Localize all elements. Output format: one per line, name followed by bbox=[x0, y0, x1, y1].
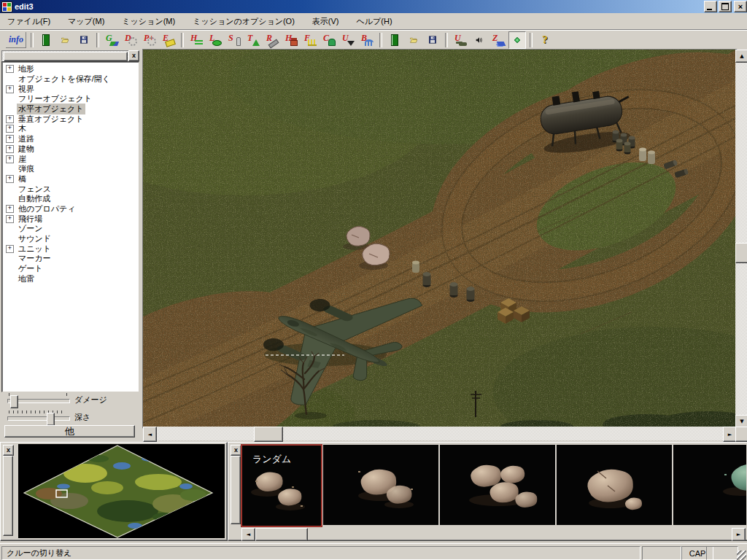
tree-item[interactable]: + ユニット bbox=[2, 244, 139, 254]
object-d-tool-button[interactable]: D bbox=[122, 31, 139, 49]
maximize-button[interactable] bbox=[719, 1, 732, 12]
titlebar[interactable]: edit3 × bbox=[0, 0, 747, 13]
lake-tool-button[interactable]: L bbox=[206, 31, 224, 49]
unit-tool-button[interactable]: U bbox=[452, 31, 469, 49]
tree-item[interactable]: + 崖 bbox=[2, 154, 139, 164]
diamond-tool-button[interactable] bbox=[508, 31, 526, 49]
palette-scrollbar[interactable] bbox=[231, 456, 241, 524]
palette-scroll-right-button[interactable]: ► bbox=[732, 528, 746, 541]
tree-item[interactable]: + 建物 bbox=[2, 144, 139, 155]
palette-item-rock-5[interactable] bbox=[673, 445, 746, 525]
palette-item-rock-4[interactable] bbox=[557, 445, 672, 525]
tree-item[interactable]: + 木 bbox=[2, 124, 139, 134]
map-horizontal-scrollbar[interactable]: ◄ ► bbox=[143, 427, 735, 440]
house-tool-button[interactable]: H bbox=[282, 31, 300, 49]
depth-slider-track[interactable] bbox=[7, 416, 70, 421]
palette-item-rock-3[interactable] bbox=[440, 445, 555, 525]
expand-plus-icon[interactable]: + bbox=[6, 85, 14, 93]
expand-plus-icon[interactable]: + bbox=[6, 155, 14, 163]
vertical-object-tool-button[interactable]: S bbox=[225, 31, 243, 49]
bridge-tool-button[interactable]: B bbox=[358, 31, 376, 49]
new-map-button[interactable] bbox=[37, 31, 55, 49]
terrain-tool-button[interactable]: G bbox=[103, 31, 120, 49]
tree-item[interactable]: + 橋 bbox=[2, 174, 139, 184]
fence-tool-button[interactable]: F bbox=[301, 31, 319, 49]
palette-item-random[interactable]: ランダム bbox=[241, 445, 322, 526]
tree-item[interactable]: + 他のプロパティ bbox=[2, 204, 139, 214]
close-button[interactable]: × bbox=[734, 1, 747, 12]
menu-item[interactable]: 表示(V) bbox=[311, 15, 341, 28]
tree-item[interactable]: + 視界 bbox=[2, 84, 139, 94]
tree-item[interactable]: + 垂直オブジェクト bbox=[2, 114, 139, 124]
tree-tool-button[interactable]: T bbox=[244, 31, 262, 49]
tree-item[interactable]: + オブジェクトを保存/開く bbox=[2, 74, 139, 85]
panel-header-thumb[interactable] bbox=[4, 52, 128, 61]
expand-plus-icon[interactable]: + bbox=[6, 135, 14, 143]
help-button[interactable]: ? bbox=[536, 31, 554, 49]
tree-item[interactable]: + 水平オブジェクト bbox=[2, 104, 139, 114]
road-tool-button[interactable]: R bbox=[263, 31, 281, 49]
depth-slider-thumb[interactable] bbox=[47, 413, 55, 426]
object-p-tool-button[interactable]: P+ bbox=[141, 31, 158, 49]
hscroll-thumb[interactable] bbox=[254, 427, 283, 442]
tree-item[interactable]: + 地雷 bbox=[2, 273, 139, 284]
minimize-button[interactable] bbox=[704, 1, 717, 12]
scroll-up-button[interactable]: ▲ bbox=[735, 50, 747, 63]
tree-item[interactable]: + フェンス bbox=[2, 184, 139, 194]
expand-plus-icon[interactable]: + bbox=[6, 125, 14, 133]
expand-plus-icon[interactable]: + bbox=[6, 115, 14, 123]
save-map-button[interactable] bbox=[75, 31, 93, 49]
damage-slider-thumb[interactable] bbox=[10, 395, 18, 408]
tree-item[interactable]: + マーカー bbox=[2, 254, 139, 264]
gate-tool-button[interactable]: C bbox=[320, 31, 338, 49]
app-icon bbox=[1, 1, 12, 12]
panel-close-button[interactable]: x bbox=[128, 50, 139, 61]
palette-hscrollbar[interactable]: ◄ ► bbox=[241, 528, 746, 540]
vscroll-thumb[interactable] bbox=[735, 243, 747, 263]
tree-item[interactable]: + 道路 bbox=[2, 134, 139, 144]
minimap-scrollbar[interactable] bbox=[3, 456, 13, 536]
tree-item[interactable]: + ゾーン bbox=[2, 224, 139, 234]
menu-item[interactable]: ミッションのオプション(O) bbox=[191, 15, 296, 28]
tree-item[interactable]: + フリーオブジェクト bbox=[2, 94, 139, 104]
more-button[interactable]: 他 bbox=[4, 425, 135, 438]
expand-plus-icon[interactable]: + bbox=[6, 215, 14, 223]
tree-item[interactable]: + 飛行場 bbox=[2, 214, 139, 224]
eraser-tool-button[interactable]: E bbox=[160, 31, 177, 49]
palette-hscroll-thumb[interactable] bbox=[255, 528, 308, 541]
new-2-button[interactable] bbox=[386, 31, 403, 49]
menu-item[interactable]: ヘルプ(H) bbox=[355, 15, 394, 28]
expand-plus-icon[interactable]: + bbox=[6, 175, 14, 183]
zone-tool-button[interactable]: Z bbox=[489, 31, 507, 49]
expand-plus-icon[interactable]: + bbox=[6, 205, 14, 213]
open-map-button[interactable] bbox=[56, 31, 74, 49]
minimap-canvas[interactable] bbox=[18, 444, 225, 538]
tree-item[interactable]: + 自動作成 bbox=[2, 194, 139, 204]
resize-grip[interactable] bbox=[737, 551, 746, 560]
expand-plus-icon[interactable]: + bbox=[6, 65, 14, 73]
info-button[interactable]: info bbox=[5, 31, 27, 49]
minimap-close-button[interactable]: x bbox=[3, 445, 14, 456]
tree-item[interactable]: + ゲート bbox=[2, 264, 139, 274]
menu-item[interactable]: ミッション(M) bbox=[120, 15, 177, 28]
open-2-button[interactable] bbox=[405, 31, 422, 49]
fence-icon bbox=[308, 39, 317, 46]
expand-plus-icon[interactable]: + bbox=[6, 145, 14, 153]
expand-plus-icon[interactable]: + bbox=[6, 245, 14, 253]
save-2-button[interactable] bbox=[424, 31, 441, 49]
palette-close-button[interactable]: x bbox=[231, 445, 241, 456]
map-vertical-scrollbar[interactable]: ▲ ▼ bbox=[735, 50, 747, 427]
palette-item-rock-2[interactable] bbox=[323, 445, 438, 525]
u-tool-button[interactable]: U bbox=[339, 31, 357, 49]
menu-item[interactable]: ファイル(F) bbox=[6, 15, 52, 28]
palette-scroll-left-button[interactable]: ◄ bbox=[241, 528, 255, 541]
tree-item[interactable]: + 弾痕 bbox=[2, 164, 139, 174]
tree-item[interactable]: + サウンド bbox=[2, 234, 139, 244]
menu-item[interactable]: マップ(M) bbox=[66, 15, 106, 28]
scroll-left-button[interactable]: ◄ bbox=[143, 427, 157, 442]
horizontal-object-tool-button[interactable]: H bbox=[187, 31, 205, 49]
tree-item[interactable]: + 地形 bbox=[2, 64, 139, 74]
sound-tool-button[interactable] bbox=[471, 31, 488, 49]
map-canvas[interactable] bbox=[142, 49, 738, 429]
panel-header-track[interactable] bbox=[1, 50, 130, 61]
